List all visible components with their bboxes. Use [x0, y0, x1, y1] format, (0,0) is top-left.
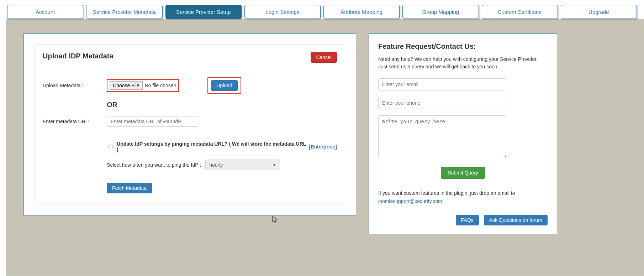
tab-login-settings[interactable]: Login Settings: [244, 5, 321, 19]
custom-features-note: If you want custom features in the plugi…: [378, 189, 548, 197]
fetch-metadata-button[interactable]: Fetch Metadata: [107, 183, 152, 193]
update-settings-text: Update IdP settings by pinging metadata …: [117, 141, 306, 152]
upload-button-highlight: Upload: [207, 77, 241, 94]
ping-frequency-row: Select how often you want to ping the Id…: [107, 160, 337, 170]
update-settings-row: Update IdP settings by pinging metadata …: [107, 141, 337, 152]
ping-frequency-value: hourly: [209, 162, 223, 168]
tab-attribute-mapping[interactable]: Attribute Mapping: [323, 5, 400, 19]
ping-label: Select how often you want to ping the Id…: [107, 162, 201, 168]
support-email-link[interactable]: joomlasupport@xecurity.com: [378, 198, 548, 204]
metadata-url-label: Enter metadata URL:: [43, 119, 107, 124]
faqs-button[interactable]: FAQs: [456, 215, 479, 225]
phone-input[interactable]: [378, 97, 506, 109]
file-input-highlight: Choose File No file chosen: [107, 79, 179, 92]
chevron-down-icon: ▼: [273, 163, 276, 167]
metadata-url-row: Enter metadata URL:: [43, 116, 337, 127]
cancel-button[interactable]: Cancel: [311, 52, 337, 63]
upload-card: Upload IDP Metadata Cancel Upload Metada…: [35, 45, 345, 204]
main-panel: Upload IDP Metadata Cancel Upload Metada…: [23, 33, 356, 215]
file-status: No file chosen: [145, 83, 176, 88]
or-divider: OR: [107, 101, 337, 109]
upload-metadata-row: Upload Metadata : Choose File No file ch…: [43, 77, 337, 94]
submit-query-button[interactable]: Submit Query: [441, 167, 485, 179]
card-title: Upload IDP Metadata: [43, 52, 114, 60]
enterprise-tag: [Enterprise]: [309, 144, 337, 150]
card-header: Upload IDP Metadata Cancel: [43, 52, 337, 67]
ping-frequency-select[interactable]: hourly ▼: [205, 160, 280, 170]
content-area: Upload IDP Metadata Cancel Upload Metada…: [6, 19, 644, 276]
update-settings-checkbox[interactable]: [108, 145, 113, 149]
tab-sp-setup[interactable]: Service Provider Setup: [165, 5, 242, 19]
upload-button[interactable]: Upload: [211, 80, 237, 91]
contact-title: Feature Request/Contact Us:: [378, 42, 548, 51]
tab-account[interactable]: Account: [7, 5, 83, 19]
tabs-bar: Account Service Provider Metadata Servic…: [0, 0, 644, 19]
tab-custom-certificate[interactable]: Custom Certificate: [482, 5, 558, 19]
tab-group-mapping[interactable]: Group Mapping: [402, 5, 479, 19]
choose-file-button[interactable]: Choose File: [110, 81, 143, 90]
ask-forum-button[interactable]: Ask Questions on forum: [484, 215, 548, 225]
tab-sp-metadata[interactable]: Service Provider Metadata: [86, 5, 162, 19]
tab-upgrade[interactable]: Upgrade: [561, 5, 637, 19]
contact-description: Need any help? We can help you with conf…: [378, 56, 548, 71]
fetch-row: Fetch Metadata: [107, 183, 337, 193]
upload-metadata-label: Upload Metadata :: [43, 83, 107, 88]
metadata-url-input[interactable]: [107, 116, 199, 127]
email-input[interactable]: [378, 78, 506, 90]
contact-panel: Feature Request/Contact Us: Need any hel…: [369, 33, 557, 234]
query-textarea[interactable]: [378, 115, 506, 158]
